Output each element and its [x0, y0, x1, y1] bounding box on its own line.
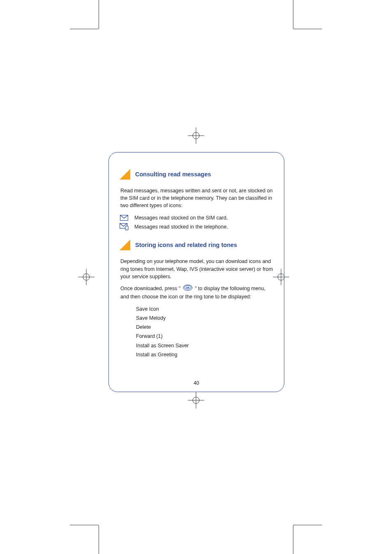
menu-item: Forward (1) [136, 332, 273, 340]
triangle-bullet-icon [120, 240, 130, 250]
crop-mark [293, 29, 322, 29]
menu-item: Save Melody [136, 314, 273, 322]
crop-mark [99, 525, 99, 554]
crop-mark [293, 0, 293, 29]
crop-mark [99, 0, 99, 29]
envelope-closed-icon [120, 215, 129, 221]
crop-mark [70, 525, 99, 525]
paragraph-part: Once downloaded, press " [120, 286, 180, 291]
section-paragraph: Read messages, messages written and sent… [120, 187, 273, 209]
svg-point-16 [127, 229, 127, 230]
manual-page: Consulting read messages Read messages, … [108, 152, 284, 392]
section-heading: Consulting read messages [120, 169, 273, 180]
menu-list: Save Icon Save Melody Delete Forward (1)… [136, 305, 273, 358]
svg-text:OK: OK [186, 286, 189, 289]
section-paragraph: Once downloaded, press " OK " to display… [120, 284, 273, 300]
section-paragraph: Depending on your telephone model, you c… [120, 258, 273, 280]
registration-mark-icon [184, 123, 208, 148]
menu-item: Install as Screen Saver [136, 342, 273, 349]
list-item: Messages read stocked on the SIM card, [120, 215, 273, 221]
ok-button-icon: OK [183, 284, 193, 293]
section-heading: Storing icons and related ring tones [120, 240, 273, 250]
page-number: 40 [194, 380, 199, 386]
crop-mark [70, 29, 99, 29]
envelope-phone-icon [120, 223, 129, 231]
menu-item: Save Icon [136, 305, 273, 313]
crop-mark [293, 525, 293, 554]
section-title: Consulting read messages [135, 171, 211, 178]
registration-mark-icon [74, 265, 99, 289]
list-item: Messages read stocked in the telephone. [120, 223, 273, 231]
list-item-label: Messages read stocked on the SIM card, [134, 215, 228, 221]
icon-legend-list: Messages read stocked on the SIM card, M… [120, 215, 273, 231]
crop-mark [293, 525, 322, 525]
section-title: Storing icons and related ring tones [135, 242, 237, 248]
list-item-label: Messages read stocked in the telephone. [134, 224, 228, 230]
menu-item: Install as Greeting [136, 351, 273, 358]
triangle-bullet-icon [120, 169, 130, 180]
menu-item: Delete [136, 323, 273, 331]
